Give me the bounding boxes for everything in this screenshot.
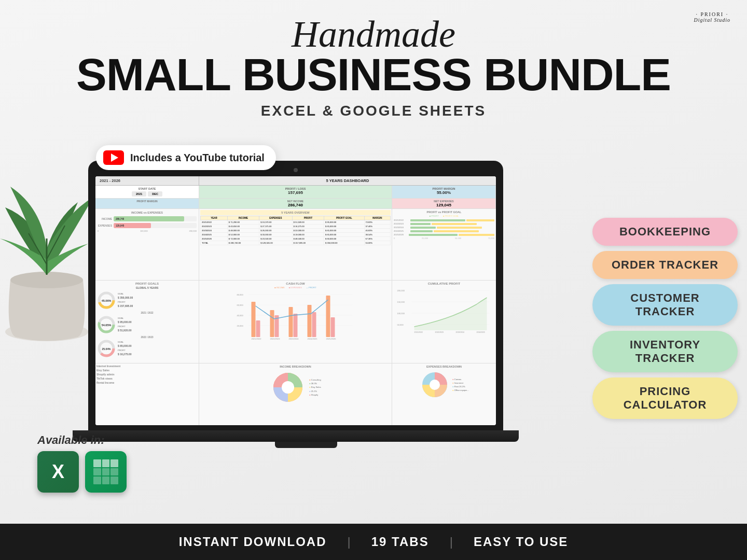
th-year: YEAR bbox=[201, 216, 228, 220]
feature-bookkeeping: BOOKKEEPING bbox=[592, 218, 738, 246]
cash-flow-chart: 80,000 60,000 40,000 20,000 bbox=[201, 290, 390, 342]
tiktok-label: TikTok views bbox=[96, 377, 198, 380]
svg-text:2022/2023: 2022/2023 bbox=[270, 338, 281, 340]
sheets-cell bbox=[102, 459, 110, 467]
income-bar-row: INCOME 286,740 bbox=[98, 216, 197, 221]
ne-value: 129,045 bbox=[395, 203, 492, 207]
svg-text:40,000: 40,000 bbox=[237, 314, 244, 317]
etsy-sales-label: Etsy Sales bbox=[96, 369, 198, 372]
bottom-item3: EASY TO USE bbox=[474, 535, 569, 549]
svg-text:2021/2022: 2021/2022 bbox=[414, 331, 423, 333]
cumulative-chart: 200,000 150,000 100,000 50,000 bbox=[394, 286, 494, 338]
pvg-title: PROFIT vs PROFIT GOAL bbox=[394, 211, 494, 214]
svg-rect-27 bbox=[294, 314, 298, 337]
th-profit: PROFIT bbox=[292, 216, 324, 220]
donut-chart-2223: 25.04% bbox=[97, 339, 116, 358]
ss-title-bar: 2021 - 2026 5 YEARS DASHBOARD bbox=[95, 176, 496, 186]
cp-title: CUMULATIVE PROFIT bbox=[394, 282, 494, 285]
cumulative-profit-panel: CUMULATIVE PROFIT 200,000 150,000 100,00… bbox=[392, 281, 496, 363]
pg-title: PROFIT GOALS bbox=[97, 282, 197, 285]
cash-flow-svg: 80,000 60,000 40,000 20,000 bbox=[203, 290, 388, 342]
expenses-pie-chart bbox=[419, 369, 450, 400]
profit-margin-cell2: PROFIT MARGIN bbox=[95, 199, 199, 208]
th-expenses: EXPENSES bbox=[259, 216, 292, 220]
ss-row1: START DATE 2021 DEC PROFIT / LOSS 157,69… bbox=[95, 186, 496, 199]
table-total-row: TOTAL$ 286,740.00$ 129,045.00$ 157,695.0… bbox=[201, 241, 391, 245]
net-expenses-cell: NET EXPENSES 129,045 bbox=[392, 199, 496, 208]
th-margin: MARGIN bbox=[364, 216, 390, 220]
sheets-grid bbox=[93, 459, 118, 484]
th-goal: PROFIT GOAL bbox=[324, 216, 364, 220]
svg-text:2023/2024: 2023/2024 bbox=[289, 338, 299, 340]
donut-2122: 54.65% GOAL$ 95,000.00 PROFIT$ 51,920.00 bbox=[97, 315, 197, 334]
cash-flow-panel: CASH FLOW ■ INCOME ■ EXPENSES — PROFIT bbox=[199, 281, 392, 363]
sheets-cell bbox=[110, 468, 118, 476]
income-breakdown-left: Internet Investment Etsy Sales Shopify a… bbox=[95, 363, 199, 425]
laptop-stand bbox=[275, 442, 337, 448]
svg-point-50 bbox=[282, 381, 294, 394]
bottom-bar: INSTANT DOWNLOAD | 19 TABS | EASY TO USE bbox=[0, 524, 747, 560]
sheets-cell bbox=[93, 459, 101, 467]
sheets-cell bbox=[110, 477, 118, 484]
donut-global: 45.06% GOAL$ 350,000.00 PROFIT$ 157,695.… bbox=[97, 291, 197, 310]
sheets-icon bbox=[85, 451, 127, 493]
svg-rect-26 bbox=[289, 307, 293, 337]
available-label: Available in: bbox=[37, 433, 127, 447]
donut-chart-54: 54.65% bbox=[97, 315, 116, 334]
five-years-table: 5 YEARS OVERVIEW YEAR INCOME EXPENSES PR… bbox=[199, 209, 392, 246]
donut-chart-45: 45.06% bbox=[97, 291, 116, 310]
bottom-item2: 19 TABS bbox=[371, 535, 429, 549]
table-row: 2023/2024$ 48,000.00$ 26,000.00$ 22,000.… bbox=[201, 229, 391, 233]
youtube-icon bbox=[103, 150, 124, 165]
svg-text:45.06%: 45.06% bbox=[102, 299, 112, 302]
start-date-label: START DATE bbox=[99, 187, 196, 190]
svg-text:2025/2026: 2025/2026 bbox=[326, 338, 337, 340]
sheets-cell bbox=[102, 468, 110, 476]
laptop-screen: 2021 - 2026 5 YEARS DASHBOARD START DATE… bbox=[95, 176, 496, 425]
pvg-bars: 2021/2022 2022/2023 bbox=[394, 219, 494, 236]
excel-icon: X bbox=[37, 451, 79, 493]
profit-loss-value: 157,695 bbox=[202, 190, 389, 195]
svg-text:2024/2025: 2024/2025 bbox=[308, 338, 318, 340]
svg-text:150,000: 150,000 bbox=[397, 301, 405, 303]
svg-rect-31 bbox=[331, 317, 335, 337]
svg-text:100,000: 100,000 bbox=[397, 312, 405, 315]
svg-text:2021/2022: 2021/2022 bbox=[252, 338, 262, 340]
ive-title: INCOME vs EXPENSES bbox=[98, 211, 197, 214]
five-yr-title: 5 YEARS OVERVIEW bbox=[200, 210, 391, 215]
svg-text:20,000: 20,000 bbox=[237, 325, 244, 327]
income-legend: ■ Consulting ■ 38.3% ■ Etsy Sales ■ 25.1… bbox=[309, 378, 321, 397]
app-icons: X bbox=[37, 451, 127, 493]
feature-customer-tracker: CUSTOMER TRACKER bbox=[592, 284, 738, 326]
income-breakdown: INCOME BREAKDOWN bbox=[199, 363, 392, 425]
laptop-wrapper: 2021 - 2026 5 YEARS DASHBOARD START DATE… bbox=[88, 161, 524, 461]
feature-order-tracker: ORDER TRACKER bbox=[592, 251, 738, 279]
sheets-cell bbox=[110, 459, 118, 467]
spreadsheet: 2021 - 2026 5 YEARS DASHBOARD START DATE… bbox=[95, 176, 496, 425]
cf-title: CASH FLOW bbox=[201, 282, 390, 285]
start-month: DEC bbox=[148, 191, 162, 197]
svg-rect-28 bbox=[308, 305, 312, 337]
table-row: 2025/2026$ 72,000.00$ 23,500.00$ 48,500.… bbox=[201, 237, 391, 241]
expenses-bar-val: 129,045 bbox=[115, 225, 124, 227]
svg-text:60,000: 60,000 bbox=[237, 304, 244, 306]
income-bar-fill: 286,740 bbox=[114, 216, 184, 221]
table-row: 2021/2022$ 71,290.00$ 19,370.00$ 51,920.… bbox=[201, 220, 391, 225]
feature-pricing-calculator: PRICING CALCULATOR bbox=[592, 377, 738, 419]
rental-label: Rental Income bbox=[96, 381, 198, 384]
screen-content: 2021 - 2026 5 YEARS DASHBOARD START DATE… bbox=[95, 176, 496, 425]
ss-row2: PROFIT MARGIN NET INCOME 286,740 NET EXP… bbox=[95, 199, 496, 209]
ss-lowest-row: Internet Investment Etsy Sales Shopify a… bbox=[95, 363, 496, 425]
profit-vs-goal-panel: PROFIT vs PROFIT GOAL ■ PROFIT ■ PROFIT … bbox=[392, 209, 496, 280]
ni-value: 286,740 bbox=[202, 203, 389, 207]
table-row: 2022/2023$ 43,650.00$ 27,375.00$ 16,275.… bbox=[201, 225, 391, 229]
svg-rect-22 bbox=[252, 302, 256, 337]
expenses-bar-track: 129,045 bbox=[114, 223, 197, 228]
table-row: 2024/2025$ 52,000.00$ 33,000.00$ 19,000.… bbox=[201, 233, 391, 237]
donut-2223: 25.04% GOAL$ 65,000.00 PROFIT$ 16,275.00 bbox=[97, 339, 197, 358]
svg-text:80,000: 80,000 bbox=[237, 293, 244, 296]
play-icon bbox=[111, 153, 118, 162]
svg-text:2023/2024: 2023/2024 bbox=[456, 331, 465, 333]
youtube-badge: Includes a YouTube tutorial bbox=[96, 145, 276, 170]
start-date-cell: START DATE 2021 DEC bbox=[95, 186, 199, 198]
